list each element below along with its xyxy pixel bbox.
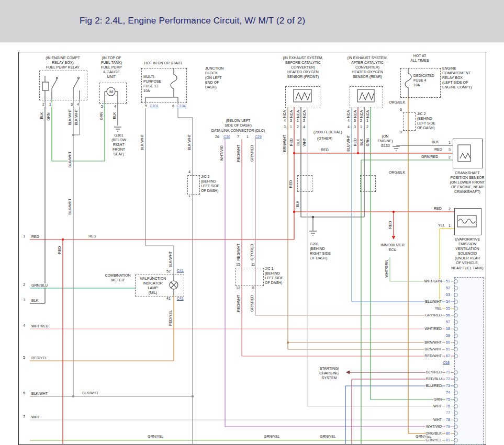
ho2s-front-caption: (IN EXHAUST SYSTEM, BEFORE CATALYTIC CON…	[274, 55, 332, 79]
jc2-upper-box	[403, 112, 416, 131]
junction-dot	[312, 216, 314, 218]
ecm-box	[454, 277, 484, 445]
mil-lamp-symbol	[135, 275, 183, 295]
combination-meter-label: COMBINATION METER	[103, 273, 133, 282]
junction-dot	[192, 395, 194, 397]
relay-symbol	[39, 71, 86, 99]
g301-ground-symbol	[114, 127, 122, 133]
motor-symbol: M	[99, 83, 126, 102]
junction-dot	[72, 134, 74, 136]
junction-dot	[357, 152, 359, 154]
ho2s-rear-symbol	[350, 86, 382, 107]
junction-block-title: HOT IN ON OR START	[137, 61, 189, 65]
crank-sensor-caption: CRANKSHAFT POSITION SENSOR (ON LOWER FRO…	[445, 170, 490, 194]
g301-caption: G301 (BELOW RIGHT FRONT SEAT)	[107, 133, 131, 156]
ho2s-front-symbol	[285, 86, 319, 107]
fuel-pump-unit-caption: (IN TOP OF FUEL TANK) FUEL PUMP & GAUGE …	[97, 55, 126, 79]
page: Fig 2: 2.4L, Engine Performance Circuit,…	[0, 0, 504, 445]
starting-charging-label: STARTING/ CHARGING SYSTEM	[314, 366, 344, 380]
flow-arrow	[392, 236, 396, 239]
jc2-upper-label: J/C 2 (BEHIND LEFT SIDE OF DASH)	[417, 111, 444, 130]
flow-arrow	[346, 371, 350, 374]
g133-ground-symbol	[392, 146, 400, 152]
evap-solenoid-caption: EVAPORATIVE EMISSION VENTILATION SOLENOI…	[444, 237, 491, 270]
junction-dot	[287, 341, 289, 344]
fuse-4-label: DEDICATED FUSE 4 10A	[413, 73, 439, 87]
inline-connector-rear	[360, 175, 376, 192]
svg-text:M: M	[109, 89, 113, 94]
g201-ground-symbol	[309, 231, 317, 237]
jc1-box	[236, 268, 264, 286]
crank-sensor-symbol	[453, 139, 481, 167]
jc2-left-box	[187, 175, 200, 195]
jc2-left-label: J/C 2 (BEHIND LEFT SIDE OF DASH)	[201, 174, 228, 193]
jc1-label: J/C 1 (BEHIND LEFT SIDE OF DASH)	[265, 266, 292, 285]
fuel-pump-relay-caption: (IN ENGINE COMPT RELAY BOX) FUEL PUMP RE…	[38, 55, 88, 70]
junction-dot	[62, 238, 64, 241]
fuse-13-label: MULTI- PURPOSE FUSE 13 10A	[143, 74, 167, 93]
g201-caption: G201 (BEHIND RIGHT SIDE OF DASH)	[310, 242, 341, 260]
evap-solenoid-symbol	[454, 208, 480, 234]
dedicated-fuse-title: HOT AT ALL TIMES	[404, 53, 435, 63]
immobilizer-ecu-label: IMMOBILIZER ECU	[377, 243, 408, 252]
dlc-title: DATA LINK CONNECTOR (DLC)	[201, 128, 275, 133]
inline-connector-front	[297, 175, 312, 192]
junction-block-side-label: JUNCTION BLOCK (ON LEFT END OF DASH)	[205, 66, 234, 89]
junction-dot	[72, 395, 74, 397]
junction-dot	[293, 152, 295, 154]
engine-relay-box-label: ENGINE COMPARTMENT RELAY BOX (LEFT SIDE …	[442, 66, 484, 89]
ho2s-rear-caption: (IN EXHAUST SYSTEM, AFTER CATALYTIC CONV…	[339, 55, 396, 79]
junction-dot	[393, 211, 395, 213]
junction-dot	[293, 211, 295, 213]
dlc-caption: (BELOW LEFT SIDE OF DASH)	[215, 118, 262, 128]
